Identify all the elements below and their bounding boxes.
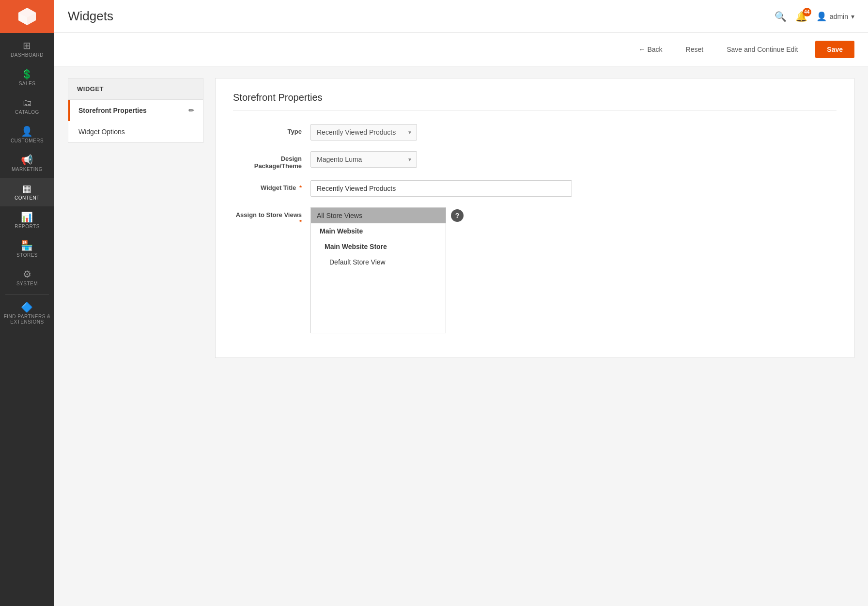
store-list-item-main-website-store[interactable]: Main Website Store — [311, 239, 446, 254]
back-button[interactable]: ← Back — [633, 42, 668, 57]
sidebar-item-label: STORES — [16, 252, 38, 258]
type-control: Recently Viewed Products — [310, 124, 837, 140]
store-views-wrap: All Store Views Main Website Main Websit… — [310, 207, 837, 333]
right-panel: Storefront Properties Type Recently View… — [215, 78, 854, 358]
widget-panel-header: WIDGET — [68, 78, 203, 100]
marketing-icon: 📢 — [21, 155, 33, 165]
type-select[interactable]: Recently Viewed Products — [310, 124, 417, 140]
sidebar-item-label: FIND PARTNERS & EXTENSIONS — [3, 314, 51, 325]
store-views-row: Assign to Store Views * All Store Views … — [233, 207, 837, 333]
sidebar-item-marketing[interactable]: 📢 MARKETING — [0, 149, 54, 178]
type-field-row: Type Recently Viewed Products — [233, 124, 837, 140]
user-dropdown-icon: ▾ — [851, 13, 854, 20]
sidebar-item-label: CATALOG — [15, 109, 39, 115]
type-label: Type — [233, 124, 310, 135]
widget-panel: WIDGET Storefront Properties ✏ Widget Op… — [68, 78, 203, 143]
section-title: Storefront Properties — [233, 92, 837, 110]
widget-title-input[interactable] — [310, 180, 572, 197]
store-list-item-all[interactable]: All Store Views — [311, 208, 446, 223]
extensions-icon: 🔷 — [21, 302, 33, 312]
user-name: admin — [830, 13, 848, 20]
customers-icon: 👤 — [21, 126, 33, 136]
user-avatar-icon: 👤 — [816, 11, 827, 22]
storefront-properties-label: Storefront Properties — [78, 107, 147, 114]
sidebar-item-content[interactable]: ▦ CONTENT — [0, 178, 54, 206]
sidebar-logo[interactable] — [0, 0, 54, 33]
reports-icon: 📊 — [21, 212, 33, 222]
sidebar-item-label: CONTENT — [15, 195, 40, 201]
reset-button[interactable]: Reset — [680, 42, 710, 57]
sidebar-item-label: CUSTOMERS — [11, 138, 44, 143]
page-title: Widgets — [68, 9, 113, 24]
left-panel: WIDGET Storefront Properties ✏ Widget Op… — [68, 78, 203, 358]
store-views-list[interactable]: All Store Views Main Website Main Websit… — [310, 207, 446, 333]
dashboard-icon: ⊞ — [23, 41, 31, 50]
store-views-control: All Store Views Main Website Main Websit… — [310, 207, 837, 333]
sidebar-item-dashboard[interactable]: ⊞ DASHBOARD — [0, 35, 54, 63]
sidebar-item-extensions[interactable]: 🔷 FIND PARTNERS & EXTENSIONS — [0, 296, 54, 330]
store-list-item-default-store-view[interactable]: Default Store View — [311, 254, 446, 270]
action-toolbar: ← Back Reset Save and Continue Edit Save — [54, 33, 868, 66]
notification-badge: 44 — [803, 8, 811, 16]
design-field-row: Design Package/Theme Magento Luma — [233, 151, 837, 170]
search-icon[interactable]: 🔍 — [775, 11, 787, 22]
design-label: Design Package/Theme — [233, 151, 310, 170]
store-list-item-main-website[interactable]: Main Website — [311, 223, 446, 239]
design-control: Magento Luma — [310, 151, 837, 168]
sidebar-item-customers[interactable]: 👤 CUSTOMERS — [0, 121, 54, 149]
sidebar-item-sales[interactable]: 💲 SALES — [0, 63, 54, 92]
storefront-properties-nav-item[interactable]: Storefront Properties ✏ — [68, 100, 203, 121]
required-marker: * — [299, 184, 302, 191]
design-select-wrapper: Magento Luma — [310, 151, 417, 168]
main-content: Widgets 🔍 🔔 44 👤 admin ▾ ← Back Reset Sa… — [54, 0, 868, 606]
user-menu[interactable]: 👤 admin ▾ — [816, 11, 854, 22]
design-select[interactable]: Magento Luma — [310, 151, 417, 168]
help-icon[interactable]: ? — [451, 209, 464, 222]
sidebar-item-label: DASHBOARD — [11, 52, 44, 58]
content-area: WIDGET Storefront Properties ✏ Widget Op… — [54, 78, 868, 372]
assign-required-marker: * — [299, 218, 302, 226]
sidebar-item-label: SYSTEM — [16, 281, 38, 286]
widget-title-control — [310, 180, 837, 197]
save-continue-button[interactable]: Save and Continue Edit — [721, 42, 804, 57]
widget-options-nav-item[interactable]: Widget Options — [68, 121, 203, 142]
sidebar-item-stores[interactable]: 🏪 STORES — [0, 235, 54, 264]
sidebar-item-system[interactable]: ⚙ SYSTEM — [0, 264, 54, 292]
assign-label: Assign to Store Views * — [233, 207, 310, 226]
widget-options-label: Widget Options — [78, 128, 125, 136]
sidebar-item-label: SALES — [19, 81, 36, 86]
page-header: Widgets 🔍 🔔 44 👤 admin ▾ — [54, 0, 868, 33]
sales-icon: 💲 — [21, 69, 33, 79]
widget-title-label: Widget Title * — [233, 180, 310, 191]
stores-icon: 🏪 — [21, 241, 33, 250]
catalog-icon: 🗂 — [22, 98, 32, 108]
sidebar-divider — [5, 294, 49, 295]
widget-title-row: Widget Title * — [233, 180, 837, 197]
notification-bell[interactable]: 🔔 44 — [795, 11, 807, 22]
save-button[interactable]: Save — [815, 41, 854, 58]
header-actions: 🔍 🔔 44 👤 admin ▾ — [775, 11, 854, 22]
content-icon: ▦ — [22, 184, 32, 193]
sidebar: ⊞ DASHBOARD 💲 SALES 🗂 CATALOG 👤 CUSTOMER… — [0, 0, 54, 606]
edit-icon: ✏ — [188, 107, 194, 114]
type-select-wrapper: Recently Viewed Products — [310, 124, 417, 140]
sidebar-item-catalog[interactable]: 🗂 CATALOG — [0, 92, 54, 121]
sidebar-item-reports[interactable]: 📊 REPORTS — [0, 206, 54, 235]
system-icon: ⚙ — [23, 269, 32, 279]
sidebar-item-label: REPORTS — [15, 224, 40, 229]
sidebar-item-label: MARKETING — [12, 167, 43, 172]
